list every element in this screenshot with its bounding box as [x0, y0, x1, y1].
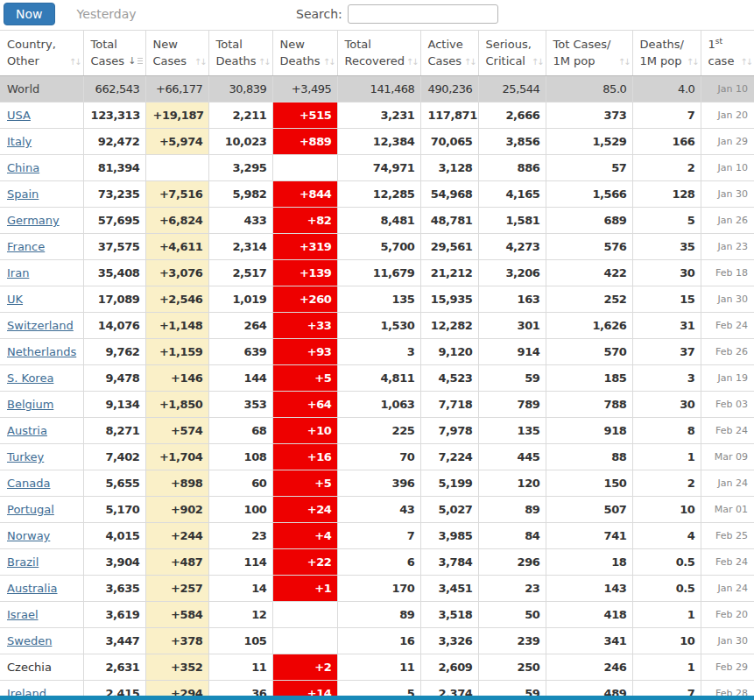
country-link[interactable]: Norway: [7, 529, 50, 542]
cell-serious_critical: 239: [478, 628, 546, 654]
cell-deaths_per_1m: 2: [632, 155, 701, 181]
column-header-country[interactable]: Country,Other↑↓: [0, 31, 83, 76]
cell-cases_per_1m: 18: [546, 549, 632, 576]
country-link[interactable]: France: [7, 240, 45, 253]
cell-total_cases: 4,015: [83, 523, 145, 549]
cell-cases_per_1m: 143: [546, 576, 632, 602]
cell-cases_per_1m: 918: [546, 418, 632, 444]
country-link[interactable]: Sweden: [7, 634, 52, 647]
cell-serious_critical: 296: [478, 549, 546, 576]
cell-total_cases: 9,762: [83, 339, 145, 365]
cell-new_deaths: +844: [272, 181, 337, 208]
country-link[interactable]: Italy: [7, 135, 32, 148]
cell-total_cases: 7,402: [83, 444, 145, 470]
cell-serious_critical: 789: [478, 392, 546, 418]
cell-total_cases: 17,089: [83, 286, 145, 313]
country-link[interactable]: Canada: [7, 477, 50, 490]
column-header-total_deaths[interactable]: TotalDeaths↑↓: [208, 31, 272, 76]
cell-total_cases: 3,904: [83, 549, 145, 576]
table-row-turkey: Turkey7,402+1,704108+16707,224445881Mar …: [0, 444, 754, 470]
cell-total_recovered: 11: [337, 654, 420, 681]
cell-first_case: Jan 24: [701, 470, 754, 497]
column-header-total_cases[interactable]: TotalCases↓: [83, 31, 145, 76]
cell-new_deaths: +2: [272, 654, 337, 681]
country-link[interactable]: Turkey: [7, 450, 44, 463]
sort-icon[interactable]: ↑↓: [69, 56, 81, 69]
country-link[interactable]: Brazil: [7, 555, 39, 569]
column-header-cases_per_1m[interactable]: Tot Cases/1M pop↑↓: [546, 31, 632, 76]
cell-deaths_per_1m: 15: [632, 286, 701, 313]
country-link[interactable]: Germany: [7, 214, 60, 227]
cell-country: World: [0, 76, 83, 103]
cell-deaths_per_1m: 166: [632, 129, 701, 155]
cell-new_cases: +898: [145, 470, 208, 497]
table-row-world: World662,543+66,17730,839+3,495141,46849…: [0, 76, 754, 103]
search-input[interactable]: [348, 4, 498, 24]
cell-country: Norway: [0, 523, 83, 549]
cell-total_recovered: 43: [337, 497, 420, 523]
sort-icon[interactable]: ↑↓: [258, 56, 270, 69]
column-header-serious_critical[interactable]: Serious,Critical↑↓: [478, 31, 546, 76]
country-link[interactable]: Portugal: [7, 503, 54, 516]
cell-total_deaths: 264: [208, 313, 272, 339]
country-link[interactable]: Belgium: [7, 398, 53, 411]
country-link[interactable]: S. Korea: [7, 371, 53, 385]
cell-new_cases: +257: [145, 576, 208, 602]
sort-icon[interactable]: ↑↓: [687, 56, 698, 69]
sort-icon[interactable]: ↑↓: [740, 56, 751, 69]
column-header-first_case[interactable]: 1stcase↑↓: [701, 31, 754, 76]
search-label: Search:: [296, 7, 342, 21]
cell-new_deaths: +22: [272, 549, 337, 576]
country-link[interactable]: Australia: [7, 582, 58, 595]
country-link[interactable]: Switzerland: [7, 319, 74, 332]
country-link[interactable]: Spain: [7, 187, 39, 201]
sort-icon[interactable]: ↑↓: [194, 56, 206, 69]
cell-first_case: Jan 24: [701, 576, 754, 602]
column-header-deaths_per_1m[interactable]: Deaths/1M pop↑↓: [632, 31, 701, 76]
country-link[interactable]: UK: [7, 293, 23, 306]
country-link[interactable]: Austria: [7, 424, 47, 437]
country-link[interactable]: Netherlands: [7, 345, 76, 358]
country-link[interactable]: USA: [7, 109, 31, 122]
cell-total_recovered: 3: [337, 339, 420, 365]
cell-cases_per_1m: 341: [546, 628, 632, 654]
country-link[interactable]: China: [7, 161, 39, 174]
cell-total_deaths: 2,314: [208, 234, 272, 260]
cell-first_case: Mar 01: [701, 497, 754, 523]
sort-icon[interactable]: ↑↓: [618, 56, 630, 69]
cell-active_cases: 21,212: [420, 260, 478, 286]
column-header-new_cases[interactable]: NewCases↑↓: [145, 31, 208, 76]
sort-icon[interactable]: ↑↓: [406, 56, 418, 69]
cell-deaths_per_1m: 1: [632, 444, 701, 470]
cell-total_deaths: 433: [208, 208, 272, 234]
cell-total_recovered: 11,679: [337, 260, 420, 286]
cell-total_recovered: 7: [337, 523, 420, 549]
now-tab[interactable]: Now: [4, 3, 55, 25]
column-header-total_recovered[interactable]: TotalRecovered↑↓: [337, 31, 420, 76]
yesterday-tab[interactable]: Yesterday: [68, 4, 145, 25]
cell-first_case: Mar 09: [701, 444, 754, 470]
cell-first_case: Feb 24: [701, 418, 754, 444]
country-link[interactable]: Israel: [7, 608, 39, 621]
cell-deaths_per_1m: 4.0: [632, 76, 701, 103]
cell-first_case: Feb 29: [701, 654, 754, 681]
cell-total_deaths: 1,019: [208, 286, 272, 313]
sort-icon[interactable]: ↑↓: [323, 56, 335, 69]
cell-total_deaths: 14: [208, 576, 272, 602]
cell-cases_per_1m: 150: [546, 470, 632, 497]
cell-new_cases: +584: [145, 602, 208, 628]
column-header-new_deaths[interactable]: NewDeaths↑↓: [272, 31, 337, 76]
cell-deaths_per_1m: 7: [632, 103, 701, 129]
country-link[interactable]: Iran: [7, 266, 29, 279]
sort-icon[interactable]: ↑↓: [532, 56, 543, 69]
horizontal-scrollbar[interactable]: [0, 696, 754, 700]
cell-deaths_per_1m: 35: [632, 234, 701, 260]
column-header-active_cases[interactable]: ActiveCases↑↓: [420, 31, 478, 76]
cell-total_cases: 9,134: [83, 392, 145, 418]
cell-cases_per_1m: 418: [546, 602, 632, 628]
cell-active_cases: 29,561: [420, 234, 478, 260]
sort-icon[interactable]: ↓: [128, 54, 142, 68]
cell-new_deaths: +64: [272, 392, 337, 418]
sort-icon[interactable]: ↑↓: [464, 56, 476, 69]
cell-new_cases: +574: [145, 418, 208, 444]
